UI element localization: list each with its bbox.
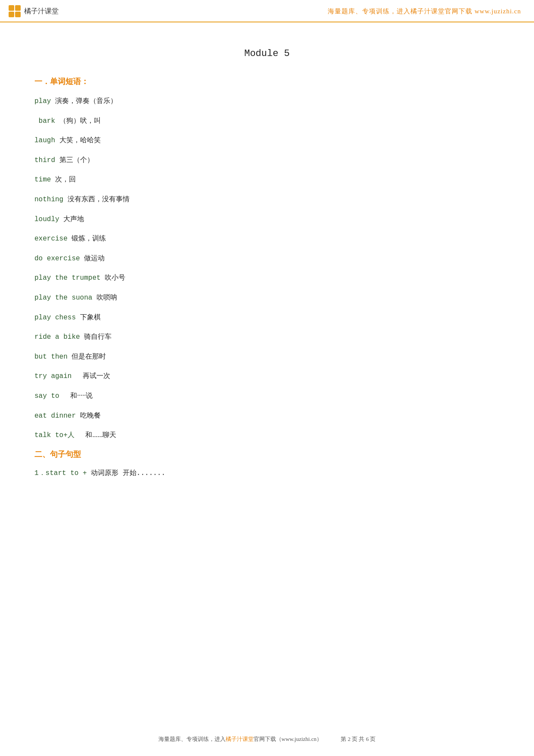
vocab-chinese: 锻炼，训练	[71, 234, 106, 242]
list-item: eat dinner 吃晚餐	[34, 410, 500, 422]
list-item: play chess 下象棋	[34, 312, 500, 324]
vocab-english: third	[34, 156, 55, 164]
vocab-english: bark	[34, 117, 55, 125]
section2-heading: 二、句子句型	[34, 449, 500, 459]
vocab-list: play 演奏，弹奏（音乐） bark （狗）吠，叫 laugh 大笑，哈哈笑 …	[34, 95, 500, 441]
list-item: exercise 锻炼，训练	[34, 233, 500, 245]
list-item: try again 再试一次	[34, 370, 500, 382]
vocab-chinese: 吹唢呐	[96, 294, 117, 301]
vocab-english: play	[34, 97, 51, 105]
list-item: play 演奏，弹奏（音乐）	[34, 95, 500, 107]
page-footer: 海量题库、专项训练，进入橘子汁课堂官网下载（www.juzizhi.cn） 第 …	[0, 735, 534, 743]
list-item: bark （狗）吠，叫	[34, 115, 500, 127]
section1-heading: 一．单词短语：	[34, 76, 500, 87]
vocab-english: exercise	[34, 235, 68, 243]
list-item: nothing 没有东西，没有事情	[34, 194, 500, 206]
list-item: but then 但是在那时	[34, 351, 500, 363]
vocab-chinese: 演奏，弹奏（音乐）	[55, 97, 117, 104]
list-item: play the suona 吹唢呐	[34, 292, 500, 304]
list-item: ride a bike 骑自行车	[34, 331, 500, 343]
footer-text2: 官网下载（www.juzizhi.cn）	[254, 736, 322, 742]
list-item: play the trumpet 吹小号	[34, 272, 500, 284]
list-item: third 第三（个）	[34, 154, 500, 166]
list-item: time 次，回	[34, 174, 500, 186]
sentence-pattern-chinese: 动词原形 开始.......	[91, 469, 165, 477]
main-content: Module 5 一．单词短语： play 演奏，弹奏（音乐） bark （狗）…	[0, 22, 534, 521]
list-item: 1．start to + 动词原形 开始.......	[34, 468, 500, 479]
vocab-chinese: 大笑，哈哈笑	[59, 136, 101, 144]
vocab-english: eat dinner	[34, 412, 76, 420]
vocab-english: say to	[34, 392, 59, 400]
vocab-english: play chess	[34, 314, 76, 322]
list-item: laugh 大笑，哈哈笑	[34, 134, 500, 147]
vocab-english: do exercise	[34, 255, 80, 262]
vocab-chinese: 吃晚餐	[80, 412, 101, 419]
vocab-chinese: 和......聊天	[78, 431, 116, 438]
vocab-chinese: 和·····说	[63, 392, 93, 399]
vocab-english: play the suona	[34, 294, 92, 302]
header-slogan: 海量题库、专项训练，进入橘子汁课堂官网下载 www.juzizhi.cn	[328, 7, 521, 16]
vocab-chinese: 大声地	[63, 215, 84, 222]
footer-highlight: 橘子汁课堂	[226, 736, 254, 742]
page-header: 橘子汁课堂 海量题库、专项训练，进入橘子汁课堂官网下载 www.juzizhi.…	[0, 0, 534, 22]
list-item: talk to+人 和......聊天	[34, 429, 500, 441]
logo-square-2	[15, 5, 21, 11]
vocab-chinese: 再试一次	[76, 372, 110, 379]
vocab-chinese: 第三（个）	[59, 156, 94, 163]
logo-area: 橘子汁课堂	[9, 5, 59, 17]
list-item: say to 和·····说	[34, 390, 500, 402]
logo-text: 橘子汁课堂	[24, 7, 59, 16]
vocab-english: talk to+人	[34, 431, 75, 439]
footer-text: 海量题库、专项训练，进入	[158, 736, 226, 742]
vocab-chinese: 下象棋	[80, 313, 101, 321]
page-info: 第 2 页 共 6 页	[341, 736, 376, 742]
logo-square-1	[9, 5, 14, 11]
vocab-chinese: 但是在那时	[71, 353, 106, 360]
vocab-english: try again	[34, 372, 71, 380]
vocab-english: play the trumpet	[34, 274, 101, 282]
logo-square-3	[9, 12, 14, 17]
vocab-english: loudly	[34, 216, 59, 223]
vocab-chinese: 没有东西，没有事情	[68, 195, 130, 203]
vocab-chinese: 吹小号	[105, 274, 125, 281]
logo-square-4	[15, 12, 21, 17]
vocab-chinese: 次，回	[55, 175, 76, 183]
vocab-english: but then	[34, 353, 68, 361]
vocab-english: time	[34, 176, 51, 184]
sentence-pattern-list: 1．start to + 动词原形 开始.......	[34, 468, 500, 479]
vocab-english: nothing	[34, 196, 63, 203]
module-title: Module 5	[34, 48, 500, 59]
vocab-chinese: 做运动	[84, 254, 105, 262]
vocab-english: ride a bike	[34, 333, 80, 341]
list-item: loudly 大声地	[34, 213, 500, 225]
vocab-english: laugh	[34, 137, 55, 144]
sentence-pattern-text: 1．start to +	[34, 469, 87, 477]
list-item: do exercise 做运动	[34, 253, 500, 265]
logo-icon	[9, 5, 21, 17]
vocab-chinese: 骑自行车	[84, 333, 112, 340]
vocab-chinese: （狗）吠，叫	[59, 117, 101, 124]
